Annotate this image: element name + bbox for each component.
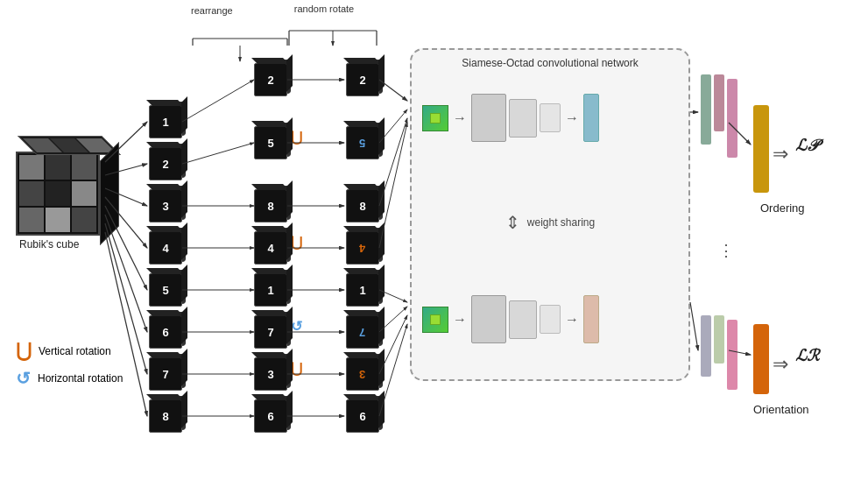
network-top: → → xyxy=(422,94,599,142)
dots-separator: ⋮ xyxy=(718,241,736,260)
svg-line-10 xyxy=(182,143,254,164)
loss-p-arrow: ⇒ xyxy=(773,143,788,166)
svg-line-34 xyxy=(690,302,698,350)
random-rotate-label: random rotate xyxy=(289,4,359,14)
loss-p-symbol: ℒ𝒫 xyxy=(795,136,818,155)
ordering-label: Ordering xyxy=(760,201,805,215)
siamese-box: Siamese-Octad convolutional network → → … xyxy=(410,48,690,381)
vertical-rotation-icon: ⋃ xyxy=(16,342,32,361)
col2-cube-7: 7↺ xyxy=(254,315,287,349)
legend-vertical: ⋃ Vertical rotation xyxy=(16,342,123,361)
svg-line-9 xyxy=(182,80,254,122)
network-bottom: → → xyxy=(422,295,599,343)
svg-line-8 xyxy=(105,232,147,416)
orientation-label: Orientation xyxy=(753,403,809,416)
rubiks-label: Rubik's cube xyxy=(19,238,79,251)
horizontal-rotation-icon: ↺ xyxy=(16,370,31,387)
loss-r-symbol: ℒℛ xyxy=(795,346,819,365)
loss-r-arrow: ⇒ xyxy=(773,353,788,376)
diagram-container: Rubik's cube 1 2 3 4 5 6 7 8 2 5⋃ 8 4⋃ xyxy=(0,0,868,480)
col2-cube-3: 3⋃ xyxy=(254,357,287,391)
col2-cube-4: 4⋃ xyxy=(254,231,287,265)
loss-r-bar xyxy=(753,324,769,394)
feat-vec-group-bottom xyxy=(701,315,737,390)
horizontal-rotation-label: Horizontal rotation xyxy=(38,372,123,385)
legend-horizontal: ↺ Horizontal rotation xyxy=(16,370,123,387)
legend: ⋃ Vertical rotation ↺ Horizontal rotatio… xyxy=(16,342,123,387)
col2-cube-5: 5⋃ xyxy=(254,126,287,159)
weight-sharing-label: ⇕ weight sharing xyxy=(505,212,595,233)
rearrange-label: rearrange xyxy=(191,5,233,16)
feat-vec-group-top xyxy=(701,74,737,158)
loss-p-bar xyxy=(753,105,769,193)
vertical-rotation-label: Vertical rotation xyxy=(39,345,111,357)
siamese-title: Siamese-Octad convolutional network xyxy=(462,57,638,69)
